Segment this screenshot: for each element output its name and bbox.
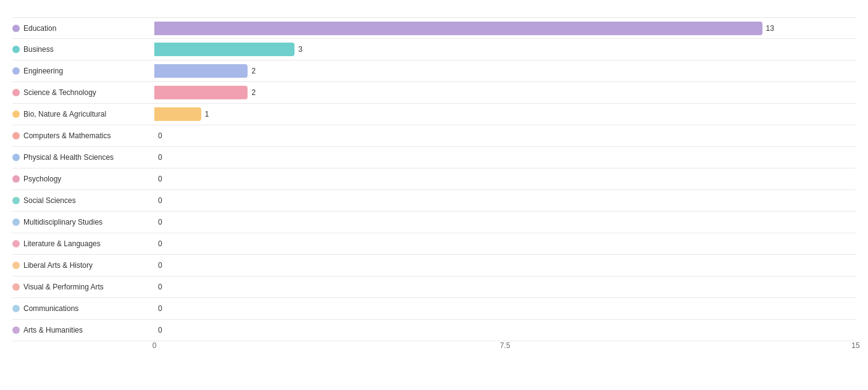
bar-row: Liberal Arts & History0 bbox=[12, 255, 856, 276]
bar-track: 0 bbox=[154, 190, 856, 211]
bar-track: 2 bbox=[154, 82, 856, 103]
bar-value-text: 3 bbox=[298, 45, 303, 54]
bar-track: 0 bbox=[154, 168, 856, 189]
x-axis-label: 15 bbox=[851, 341, 859, 350]
bar-value-text: 2 bbox=[251, 88, 256, 97]
bar-track: 0 bbox=[154, 125, 856, 146]
bar-row: Communications0 bbox=[12, 298, 856, 320]
bar-label-text: Arts & Humanities bbox=[23, 326, 83, 334]
bar-fill bbox=[154, 64, 248, 78]
bar-track: 0 bbox=[154, 320, 856, 341]
x-axis-label: 7.5 bbox=[500, 341, 511, 350]
bar-color-dot bbox=[12, 132, 20, 139]
bar-value-text: 2 bbox=[251, 67, 256, 75]
bar-value-text: 0 bbox=[158, 304, 162, 313]
bar-row: Visual & Performing Arts0 bbox=[12, 276, 856, 298]
bar-label-area: Business bbox=[12, 45, 154, 54]
bar-label-area: Computers & Mathematics bbox=[12, 131, 154, 140]
bar-value-text: 1 bbox=[205, 110, 209, 118]
bar-value-text: 0 bbox=[158, 131, 162, 140]
bar-label-text: Literature & Languages bbox=[23, 239, 101, 248]
bar-color-dot bbox=[12, 283, 20, 291]
bar-color-dot bbox=[12, 326, 20, 334]
bar-label-text: Bio, Nature & Agricultural bbox=[23, 110, 106, 118]
bar-row: Education13 bbox=[12, 17, 856, 39]
bar-track: 13 bbox=[154, 18, 856, 38]
bar-label-area: Science & Technology bbox=[12, 88, 154, 97]
bar-fill bbox=[154, 107, 201, 121]
bar-value-text: 0 bbox=[158, 218, 162, 226]
chart-area: Education13Business3Engineering2Science … bbox=[12, 17, 856, 341]
bar-label-area: Physical & Health Sciences bbox=[12, 153, 154, 162]
bar-track: 2 bbox=[154, 60, 856, 81]
x-axis: 07.515 bbox=[154, 341, 856, 354]
bar-color-dot bbox=[12, 197, 20, 204]
bar-color-dot bbox=[12, 262, 20, 269]
bar-fill bbox=[154, 43, 294, 56]
bar-label-area: Literature & Languages bbox=[12, 239, 154, 248]
bar-row: Physical & Health Sciences0 bbox=[12, 147, 856, 168]
bar-label-text: Psychology bbox=[23, 175, 61, 183]
bar-value-text: 0 bbox=[158, 261, 162, 270]
bar-fill bbox=[154, 22, 762, 35]
bar-label-text: Visual & Performing Arts bbox=[23, 283, 104, 291]
bar-color-dot bbox=[12, 25, 20, 32]
bar-track: 0 bbox=[154, 147, 856, 168]
bar-row: Computers & Mathematics0 bbox=[12, 125, 856, 147]
bar-label-text: Communications bbox=[23, 304, 78, 313]
bar-value-text: 0 bbox=[158, 326, 162, 334]
bar-row: Psychology0 bbox=[12, 168, 856, 190]
bar-value-text: 13 bbox=[766, 24, 774, 33]
bar-label-text: Liberal Arts & History bbox=[23, 261, 93, 270]
bar-label-area: Engineering bbox=[12, 67, 154, 75]
bar-row: Engineering2 bbox=[12, 60, 856, 82]
bar-label-text: Physical & Health Sciences bbox=[23, 153, 114, 162]
bar-label-text: Engineering bbox=[23, 67, 63, 75]
bar-row: Science & Technology2 bbox=[12, 82, 856, 104]
bar-label-text: Education bbox=[23, 24, 56, 33]
bar-label-area: Multidisciplinary Studies bbox=[12, 218, 154, 226]
bar-label-area: Arts & Humanities bbox=[12, 326, 154, 334]
bar-row: Bio, Nature & Agricultural1 bbox=[12, 104, 856, 125]
bar-color-dot bbox=[12, 240, 20, 247]
bar-row: Business3 bbox=[12, 39, 856, 60]
bar-row: Multidisciplinary Studies0 bbox=[12, 212, 856, 233]
bar-row: Arts & Humanities0 bbox=[12, 320, 856, 341]
x-axis-label: 0 bbox=[152, 341, 157, 350]
bar-label-text: Social Sciences bbox=[23, 196, 76, 205]
bar-color-dot bbox=[12, 67, 20, 75]
bar-row: Social Sciences0 bbox=[12, 190, 856, 212]
bar-color-dot bbox=[12, 305, 20, 312]
bar-label-area: Psychology bbox=[12, 175, 154, 183]
bar-track: 1 bbox=[154, 104, 856, 125]
bar-track: 0 bbox=[154, 276, 856, 297]
bar-label-area: Visual & Performing Arts bbox=[12, 283, 154, 291]
bar-value-text: 0 bbox=[158, 153, 162, 162]
bar-color-dot bbox=[12, 110, 20, 118]
bar-label-area: Education bbox=[12, 24, 154, 33]
bar-color-dot bbox=[12, 175, 20, 183]
bar-label-text: Computers & Mathematics bbox=[23, 131, 111, 140]
bar-label-area: Bio, Nature & Agricultural bbox=[12, 110, 154, 118]
bar-label-area: Liberal Arts & History bbox=[12, 261, 154, 270]
bar-track: 0 bbox=[154, 255, 856, 276]
bar-track: 3 bbox=[154, 39, 856, 60]
bar-label-text: Business bbox=[23, 45, 54, 54]
bar-track: 0 bbox=[154, 298, 856, 319]
bar-color-dot bbox=[12, 89, 20, 96]
bar-color-dot bbox=[12, 218, 20, 226]
bar-label-area: Communications bbox=[12, 304, 154, 313]
bar-color-dot bbox=[12, 154, 20, 161]
bar-label-text: Multidisciplinary Studies bbox=[23, 218, 102, 226]
bar-value-text: 0 bbox=[158, 239, 162, 248]
bar-track: 0 bbox=[154, 212, 856, 233]
chart-container: Education13Business3Engineering2Science … bbox=[0, 0, 868, 390]
bar-color-dot bbox=[12, 46, 20, 53]
bar-label-area: Social Sciences bbox=[12, 196, 154, 205]
bar-fill bbox=[154, 86, 248, 99]
bar-value-text: 0 bbox=[158, 175, 162, 183]
bar-track: 0 bbox=[154, 233, 856, 254]
bar-value-text: 0 bbox=[158, 196, 162, 205]
bar-value-text: 0 bbox=[158, 283, 162, 291]
bar-row: Literature & Languages0 bbox=[12, 233, 856, 255]
